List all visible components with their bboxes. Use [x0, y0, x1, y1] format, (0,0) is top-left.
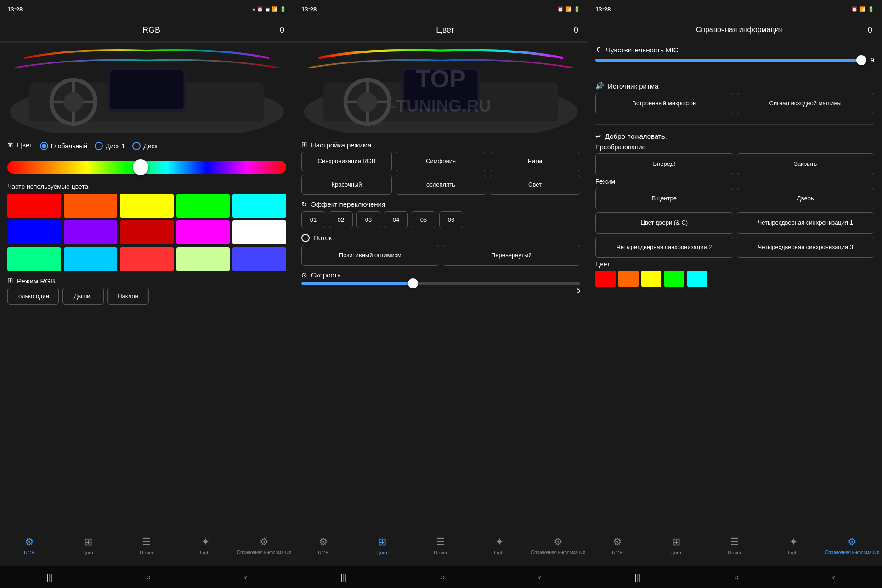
effect-btn-5[interactable]: 06 — [439, 211, 463, 228]
nav-light-2[interactable]: ✦ Light — [470, 536, 529, 555]
radio-disk1[interactable]: Диск 1 — [95, 142, 125, 150]
color-slider-thumb[interactable] — [133, 159, 148, 175]
mode-set-btn-5[interactable]: Свет — [490, 175, 580, 195]
page-title-2: Цвет — [317, 25, 574, 35]
swatch-2[interactable] — [120, 194, 174, 218]
nav-rgb-2[interactable]: ⚙ RGB — [294, 536, 353, 555]
nav-color-1[interactable]: ⊞ Цвет — [59, 536, 118, 555]
radio-disk[interactable]: Диск — [132, 142, 157, 150]
nav-rgb-1[interactable]: ⚙ RGB — [0, 536, 59, 555]
speed-slider[interactable]: 5 — [301, 282, 580, 294]
android-nav-2: ||| ○ ‹ — [294, 566, 588, 588]
android-menu-1[interactable]: ||| — [46, 572, 53, 582]
door-color-buttons-1: Цвет двери (& C) Четырехдверная синхрони… — [595, 212, 874, 234]
nav-rgb-3[interactable]: ⚙ RGB — [588, 536, 647, 555]
android-home-2[interactable]: ○ — [440, 572, 445, 582]
android-nav-1: ||| ○ ‹ — [0, 566, 294, 588]
mic-value: 9 — [865, 57, 874, 64]
android-home-3[interactable]: ○ — [734, 572, 739, 582]
door-color-btn-1[interactable]: Четырехдверная синхронизация 1 — [737, 212, 875, 234]
nav-info-3[interactable]: ⚙ Справочная информация — [823, 536, 882, 555]
swatch-10[interactable] — [7, 247, 61, 271]
info-swatch-4[interactable] — [687, 271, 707, 287]
nav-color-2[interactable]: ⊞ Цвет — [353, 536, 412, 555]
mode-btn-2[interactable]: Наклон — [107, 288, 149, 305]
nav-search-1[interactable]: ☰ Поиск — [118, 536, 176, 555]
nav-search-label-2: Поиск — [434, 550, 447, 555]
flow-btn-0[interactable]: Позитивный оптимизм — [301, 245, 439, 266]
nav-light-3[interactable]: ✦ Light — [764, 536, 823, 555]
effect-btn-3[interactable]: 04 — [384, 211, 408, 228]
info-swatch-0[interactable] — [595, 271, 616, 287]
rhythm-btn-0[interactable]: Встроенный микрофон — [595, 93, 733, 114]
swatch-8[interactable] — [176, 220, 230, 244]
swatch-5[interactable] — [7, 220, 61, 244]
mode-btn-1[interactable]: Дыши. — [62, 288, 104, 305]
effect-btn-0[interactable]: 01 — [301, 211, 325, 228]
mode-btn-0[interactable]: Только один. — [7, 288, 59, 305]
nav-info-1[interactable]: ⚙ Справочная информация — [235, 536, 294, 555]
mode-btn-3-0[interactable]: В центре — [595, 188, 733, 209]
mode-setting-grid: Синхронизация RGB Симфония Ритм Красочны… — [301, 152, 580, 195]
radio-circle-global — [40, 142, 48, 150]
swatch-4[interactable] — [232, 194, 286, 218]
mic-slider[interactable]: 9 — [595, 57, 874, 64]
android-home-1[interactable]: ○ — [146, 572, 151, 582]
info-swatch-2[interactable] — [641, 271, 662, 287]
swatch-7[interactable] — [120, 220, 174, 244]
nav-info-label-1: Справочная информация — [237, 550, 291, 555]
page-num-2: 0 — [574, 25, 578, 35]
swatch-9[interactable] — [232, 220, 286, 244]
android-back-1[interactable]: ‹ — [244, 572, 247, 582]
signal-icon-2: 📶 — [565, 6, 572, 12]
info-swatch-3[interactable] — [664, 271, 684, 287]
nav-info-2[interactable]: ⚙ Справочная информация — [529, 536, 588, 555]
effect-btn-1[interactable]: 02 — [329, 211, 353, 228]
door-color-btn-3[interactable]: Четырехдверная синхронизация 3 — [737, 237, 875, 258]
mic-slider-thumb[interactable] — [856, 55, 866, 65]
mode-set-btn-3[interactable]: Красочный — [301, 175, 392, 195]
android-back-2[interactable]: ‹ — [538, 572, 541, 582]
nav-rgb-icon-1: ⚙ — [25, 536, 34, 548]
color-slider[interactable] — [7, 161, 286, 174]
mode-set-btn-0[interactable]: Синхронизация RGB — [301, 152, 392, 171]
nav-search-3[interactable]: ☰ Поиск — [706, 536, 764, 555]
door-color-btn-0[interactable]: Цвет двери (& C) — [595, 212, 733, 234]
android-menu-3[interactable]: ||| — [634, 572, 641, 582]
transform-btn-1[interactable]: Закрыть — [737, 153, 875, 175]
swatch-0[interactable] — [7, 194, 61, 218]
nav-light-1[interactable]: ✦ Light — [176, 536, 235, 555]
flow-btn-1[interactable]: Перевернутый — [443, 245, 581, 266]
android-back-3[interactable]: ‹ — [832, 572, 835, 582]
radio-global[interactable]: Глобальный — [40, 142, 87, 150]
top-bar-2: Цвет 0 — [294, 18, 588, 41]
swatch-11[interactable] — [64, 247, 118, 271]
car-svg-2: TOP -TUNING.RU — [294, 41, 588, 133]
door-color-btn-2[interactable]: Четырехдверная синхронизация 2 — [595, 237, 733, 258]
welcome-label: ↩ Добро пожаловать. — [595, 132, 874, 141]
effect-btn-4[interactable]: 05 — [412, 211, 435, 228]
effect-btn-2[interactable]: 03 — [356, 211, 380, 228]
speed-slider-thumb[interactable] — [408, 278, 418, 288]
android-menu-2[interactable]: ||| — [340, 572, 347, 582]
nav-search-2[interactable]: ☰ Поиск — [412, 536, 470, 555]
transform-buttons: Вперед! Закрыть — [595, 153, 874, 175]
swatch-1[interactable] — [64, 194, 118, 218]
mode-set-btn-1[interactable]: Симфония — [396, 152, 486, 171]
flow-section: Поток Позитивный оптимизм Перевернутый — [301, 234, 580, 266]
info-swatch-1[interactable] — [618, 271, 639, 287]
mode-btn-3-1[interactable]: Дверь — [737, 188, 875, 209]
nav-light-icon-3: ✦ — [789, 536, 797, 548]
mode-set-btn-4[interactable]: ослеплять — [396, 175, 486, 195]
swatch-6[interactable] — [64, 220, 118, 244]
swatch-3[interactable] — [176, 194, 230, 218]
rhythm-btn-1[interactable]: Сигнал исходной машины — [737, 93, 875, 114]
nav-color-3[interactable]: ⊞ Цвет — [647, 536, 706, 555]
swatch-13[interactable] — [176, 247, 230, 271]
transform-btn-0[interactable]: Вперед! — [595, 153, 733, 175]
swatch-14[interactable] — [232, 247, 286, 271]
swatch-12[interactable] — [120, 247, 174, 271]
nav-light-label-3: Light — [788, 550, 799, 555]
panel-rgb: 13:28 ◂ ⏰ ▣ 📶 🔋 RGB 0 — [0, 0, 294, 588]
mode-set-btn-2[interactable]: Ритм — [490, 152, 580, 171]
